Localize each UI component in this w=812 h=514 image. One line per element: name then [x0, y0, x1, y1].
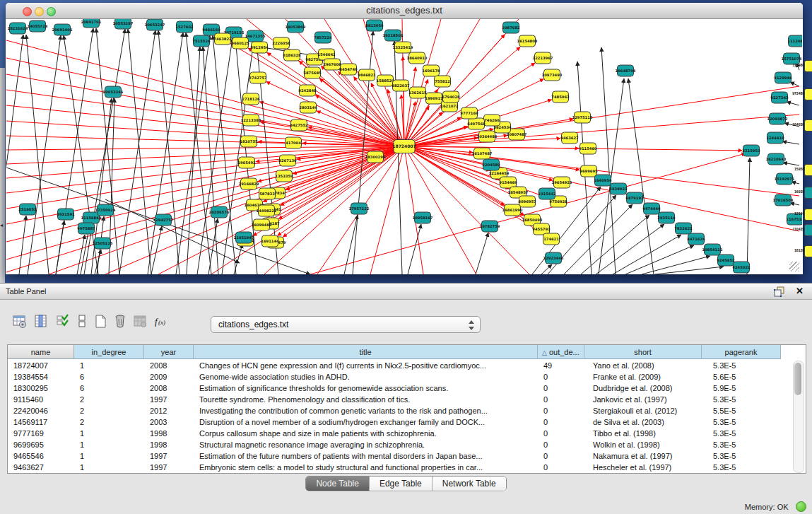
graph-node[interactable]: 174621	[543, 233, 560, 245]
row-height-icon[interactable]	[75, 314, 92, 331]
cell-out_de[interactable]: 0	[538, 439, 584, 450]
graph-edge[interactable]	[6, 105, 404, 146]
graph-edge[interactable]	[203, 47, 218, 274]
graph-node[interactable]: 9777169	[460, 107, 478, 119]
cell-year[interactable]: 1998	[144, 439, 194, 450]
cell-in_degree[interactable]: 2	[74, 394, 144, 405]
cell-name[interactable]: 9699695	[8, 439, 74, 450]
graph-edge[interactable]	[151, 226, 162, 274]
graph-node[interactable]: 10553287	[113, 19, 134, 29]
graph-node[interactable]: 1527602	[175, 21, 194, 33]
cell-name[interactable]: 9465546	[8, 450, 74, 462]
graph-node[interactable]: 1810755	[240, 136, 258, 147]
column-header-year[interactable]: year	[144, 345, 194, 359]
graph-edge[interactable]	[790, 82, 799, 86]
cell-short[interactable]: de Silva et al. (2003)	[584, 416, 702, 428]
graph-node[interactable]: 6794028	[442, 91, 460, 103]
graph-edge[interactable]	[783, 163, 799, 165]
graph-node[interactable]: 3931591	[57, 209, 75, 220]
graph-node[interactable]: 18640910	[407, 52, 428, 64]
cell-pagerank[interactable]: 5.3E-5	[702, 428, 781, 439]
graph-edge[interactable]	[6, 146, 404, 259]
table-scrollbar-thumb[interactable]	[794, 363, 801, 395]
column-header-pagerank[interactable]: pagerank	[702, 345, 781, 359]
graph-node[interactable]: 6879197	[625, 192, 644, 204]
network-graph[interactable]: 1872400718300295182316241405572420691406…	[6, 19, 802, 274]
graph-edge[interactable]	[234, 244, 242, 274]
import-table-icon[interactable]	[133, 314, 150, 331]
cell-pagerank[interactable]: 5.9E-5	[702, 382, 781, 394]
table-row[interactable]: 1938455462009Genome-wide association stu…	[8, 371, 792, 382]
cell-year[interactable]: 1997	[144, 394, 194, 405]
graph-node[interactable]: 16782759	[480, 221, 500, 232]
graph-node[interactable]: 2718126	[242, 93, 260, 105]
cell-year[interactable]: 2012	[144, 405, 194, 416]
graph-node[interactable]: 19166829	[239, 178, 259, 189]
graph-node[interactable]: 7515526	[192, 35, 211, 47]
graph-node[interactable]: 1015442	[538, 188, 556, 199]
table-row[interactable]: 911546021997Tourette syndrome. Phenomeno…	[8, 394, 792, 405]
graph-node[interactable]: 2204589	[482, 159, 500, 170]
close-panel-icon[interactable]: ✕	[796, 286, 804, 296]
graph-node[interactable]: 15192971	[775, 173, 795, 185]
graph-edge[interactable]	[6, 121, 404, 146]
table-row[interactable]: 1872400712008Changes of HCN gene express…	[8, 360, 792, 371]
table-row[interactable]: 2242004622012Investigating the contribut…	[8, 405, 792, 416]
cell-pagerank[interactable]: 5.3E-5	[702, 439, 781, 450]
graph-node[interactable]: 16099489	[252, 219, 272, 230]
graph-edge[interactable]	[283, 146, 404, 237]
cell-title[interactable]: Structural magnetic resonance image aver…	[194, 439, 538, 450]
graph-node[interactable]: 14055724	[28, 21, 48, 32]
graph-node[interactable]: 9660125	[231, 37, 249, 49]
table-row[interactable]: 1456911722003Disruption of a novel membe…	[8, 416, 792, 428]
cell-year[interactable]: 2003	[144, 416, 194, 428]
graph-node[interactable]: 9245022	[732, 262, 751, 273]
graph-node[interactable]: 1362615	[408, 87, 427, 98]
cell-in_degree[interactable]: 1	[74, 439, 144, 450]
graph-node[interactable]: 3215953	[742, 145, 760, 156]
cell-out_de[interactable]: 0	[538, 371, 584, 382]
cell-out_de[interactable]: 0	[538, 416, 584, 428]
partial-graph-node[interactable]: 16938	[804, 187, 812, 199]
graph-node[interactable]: 1353359	[275, 170, 293, 182]
graph-edge[interactable]	[148, 33, 183, 274]
graph-node[interactable]: 17359924	[95, 204, 116, 216]
tab-edge-table[interactable]: Edge Table	[370, 477, 433, 491]
partial-graph-node[interactable]: 164638	[804, 119, 812, 132]
graph-node[interactable]: 2226058	[272, 37, 290, 49]
graph-node[interactable]: 16053809	[286, 21, 306, 33]
cell-year[interactable]: 1997	[144, 462, 194, 473]
graph-node[interactable]: 20206576	[209, 206, 230, 218]
graph-edge[interactable]	[404, 115, 799, 146]
graph-node[interactable]: 10653247	[145, 19, 165, 30]
table-row[interactable]: 946554611997Estimation of the future num…	[8, 450, 792, 462]
graph-node[interactable]: 9227343	[770, 92, 789, 103]
graph-node[interactable]: 8471626	[687, 233, 705, 245]
cell-year[interactable]: 2008	[144, 382, 194, 394]
cell-short[interactable]: Yano et al. (2008)	[584, 360, 702, 371]
cell-short[interactable]: Wolkin et al. (1998)	[584, 439, 702, 450]
graph-edge[interactable]	[6, 146, 404, 178]
graph-edge[interactable]	[408, 224, 421, 274]
tab-node-table[interactable]: Node Table	[306, 477, 370, 491]
partial-graph-node[interactable]: 12164	[804, 209, 812, 221]
partial-graph-node[interactable]: 110435	[804, 224, 812, 236]
graph-edge[interactable]	[128, 29, 151, 274]
table-row[interactable]: 977716911998Corpus callosum shape and si…	[8, 428, 792, 439]
graph-edge[interactable]	[28, 35, 61, 274]
graph-node[interactable]: 2516051	[18, 204, 37, 215]
graph-node[interactable]: 10973493	[542, 69, 563, 81]
cell-in_degree[interactable]: 1	[74, 360, 144, 371]
column-header-in_degree[interactable]: in_degree	[74, 345, 144, 359]
graph-node[interactable]: 587833	[259, 188, 276, 199]
float-panel-icon[interactable]	[774, 286, 785, 297]
graph-node[interactable]: 9242848	[298, 85, 317, 96]
graph-node[interactable]: 10958167	[413, 212, 433, 223]
graph-node[interactable]: 19654923	[552, 177, 572, 188]
graph-edge[interactable]	[625, 245, 694, 274]
graph-node[interactable]: 2087682	[502, 22, 520, 33]
cell-title[interactable]: Embryonic stem cells: a model to study s…	[194, 462, 538, 473]
graph-edge[interactable]	[197, 38, 233, 274]
graph-node[interactable]: 8096957	[518, 196, 536, 207]
graph-node[interactable]: 2803144	[299, 102, 317, 113]
